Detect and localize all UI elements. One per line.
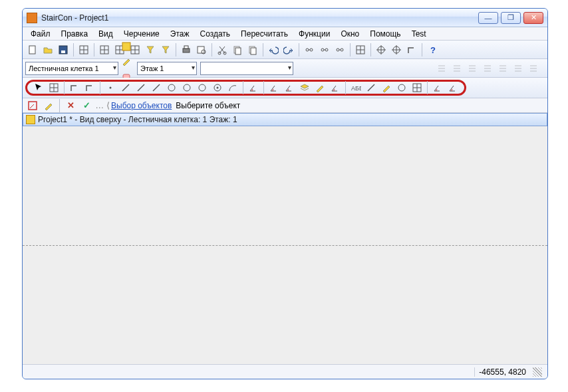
cut-icon[interactable] <box>215 43 229 57</box>
menu-test[interactable]: Test <box>406 28 432 40</box>
svg-point-32 <box>168 84 175 91</box>
confirm-check-icon[interactable]: ✓ <box>79 98 94 113</box>
distribute-icon[interactable] <box>496 61 510 76</box>
text-abv-icon[interactable]: АБВ <box>349 80 363 95</box>
toolbar-main: ? <box>23 41 547 59</box>
drawing-canvas[interactable] <box>23 126 547 364</box>
anchor-icon[interactable] <box>374 43 388 57</box>
separator-icon <box>212 43 212 56</box>
box-link-icon[interactable] <box>353 43 368 57</box>
pointer-icon[interactable] <box>31 80 46 95</box>
corner-a-icon[interactable] <box>67 80 82 95</box>
svg-text:?: ? <box>430 45 436 55</box>
preview-icon[interactable] <box>194 43 209 57</box>
circle3-icon[interactable] <box>195 80 210 95</box>
props-icon[interactable] <box>76 43 91 57</box>
menu-пересчитать[interactable]: Пересчитать <box>235 28 293 40</box>
layers-icon[interactable] <box>297 80 312 95</box>
menu-файл[interactable]: Файл <box>25 28 56 40</box>
perp-icon[interactable] <box>246 80 261 95</box>
close-button[interactable]: ✕ <box>523 12 543 24</box>
grid1-icon[interactable] <box>97 43 112 57</box>
zigzag-icon[interactable] <box>430 80 445 95</box>
angle-a-icon[interactable] <box>267 80 281 95</box>
filter-icon[interactable] <box>143 43 158 57</box>
target-icon[interactable] <box>210 80 225 95</box>
align-left-icon[interactable] <box>434 61 449 76</box>
selection-mode-link[interactable]: Выбор объектов <box>111 101 172 110</box>
menu-черчение[interactable]: Черчение <box>118 28 165 40</box>
menu-функции[interactable]: Функции <box>293 28 335 40</box>
menu-этаж[interactable]: Этаж <box>165 28 195 40</box>
sel-pencil-icon[interactable] <box>119 54 134 68</box>
back-arrow-icon[interactable]: … ⟨ <box>95 98 110 113</box>
dot1-icon[interactable] <box>103 80 118 95</box>
circle2-icon[interactable] <box>180 80 194 95</box>
svg-point-17 <box>306 49 309 51</box>
corner-icon[interactable] <box>404 43 419 57</box>
drawing-toolbar-row: АБВ <box>23 78 547 98</box>
extra-dropdown[interactable] <box>200 62 293 75</box>
document-titlebar[interactable]: Project1 * - Вид сверху - Лестничная кле… <box>23 113 547 126</box>
edit-pencil-icon[interactable] <box>41 98 56 113</box>
statusbar: -46555, 4820 <box>23 364 547 379</box>
help-icon[interactable]: ? <box>425 43 440 57</box>
menubar: ФайлПравкаВидЧерчениеЭтажСоздатьПересчит… <box>23 27 547 41</box>
undo-icon[interactable] <box>266 43 281 57</box>
cone-icon[interactable] <box>158 43 173 57</box>
align-center-icon[interactable] <box>450 61 464 76</box>
redo-icon[interactable] <box>281 43 296 57</box>
print-icon[interactable] <box>179 43 194 57</box>
open-icon[interactable] <box>41 43 55 57</box>
minimize-button[interactable]: — <box>478 12 498 24</box>
menu-создать[interactable]: Создать <box>194 28 235 40</box>
align-top-icon[interactable] <box>480 61 495 76</box>
link1-icon[interactable] <box>302 43 317 57</box>
separator-icon <box>59 99 60 112</box>
line1-icon[interactable] <box>118 80 133 95</box>
maximize-button[interactable]: ❐ <box>501 12 521 24</box>
measure-icon[interactable] <box>446 80 460 95</box>
svg-text:АБВ: АБВ <box>351 85 361 92</box>
svg-point-34 <box>199 84 206 91</box>
copy-icon[interactable] <box>230 43 245 57</box>
separator-icon <box>64 81 65 94</box>
window-title: StairCon - Project1 <box>41 13 108 23</box>
separator-icon <box>94 43 94 56</box>
floor-selected: Этаж 1 <box>140 64 164 72</box>
angle-mark-icon[interactable] <box>328 80 343 95</box>
cancel-x-icon[interactable]: ✕ <box>63 98 78 113</box>
paste-icon[interactable] <box>245 43 260 57</box>
menu-правка[interactable]: Правка <box>56 28 94 40</box>
menu-вид[interactable]: Вид <box>93 28 118 40</box>
separator-icon <box>100 81 100 94</box>
stairwell-dropdown[interactable]: Лестничная клетка 1 <box>25 62 118 75</box>
box-angle-icon[interactable] <box>410 80 424 95</box>
link2-icon[interactable] <box>317 43 332 57</box>
link3-icon[interactable] <box>333 43 347 57</box>
erase-circle-icon[interactable] <box>394 80 409 95</box>
resize-grip-icon[interactable] <box>533 367 542 377</box>
save-icon[interactable] <box>56 43 71 57</box>
circle1-icon[interactable] <box>164 80 179 95</box>
floor-dropdown[interactable]: Этаж 1 <box>137 62 197 75</box>
angle-b-icon[interactable] <box>282 80 297 95</box>
new-icon[interactable] <box>25 43 40 57</box>
snap-grid-icon[interactable] <box>47 80 61 95</box>
align-v-icon[interactable] <box>511 61 525 76</box>
align-right-icon[interactable] <box>465 61 480 76</box>
pencil2-icon[interactable] <box>379 80 394 95</box>
titlebar[interactable]: StairCon - Project1 — ❐ ✕ <box>23 9 547 27</box>
slash-a-icon[interactable] <box>364 80 378 95</box>
edit-box-icon[interactable] <box>25 98 40 113</box>
line2-icon[interactable] <box>134 80 148 95</box>
arc-icon[interactable] <box>225 80 240 95</box>
menu-помощь[interactable]: Помощь <box>364 28 406 40</box>
guide-icon[interactable] <box>526 61 541 76</box>
corner-b-icon[interactable] <box>82 80 97 95</box>
menu-окно[interactable]: Окно <box>335 28 364 40</box>
sel-yellow-icon[interactable] <box>119 39 134 54</box>
pencil-icon[interactable] <box>313 80 327 95</box>
crosshair-icon[interactable] <box>389 43 404 57</box>
xline-icon[interactable] <box>149 80 164 95</box>
